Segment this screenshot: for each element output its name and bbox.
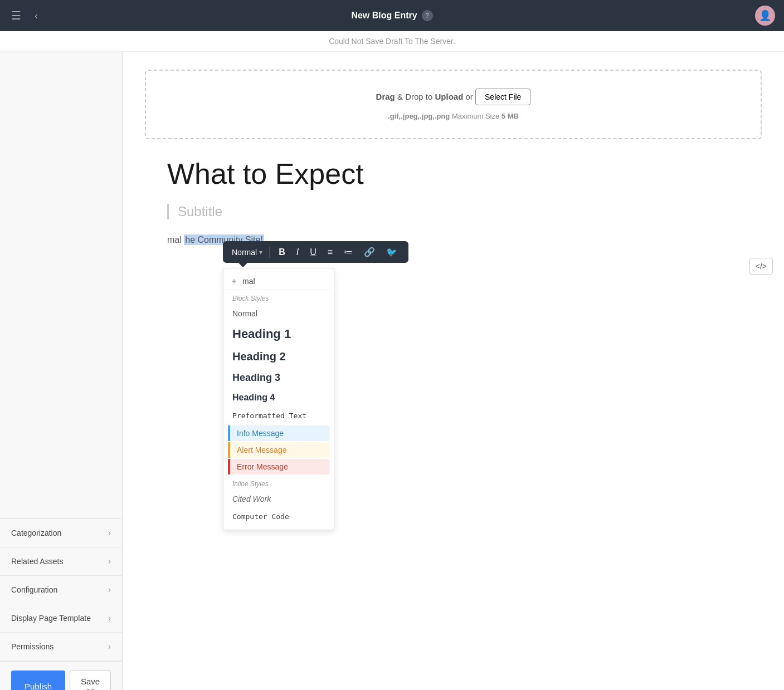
sidebar-item-label: Configuration [11,585,57,594]
sidebar-toggle-button[interactable]: ☰ [9,7,23,25]
code-toggle-button[interactable]: </> [749,258,773,275]
nav-right: 👤 [755,6,775,26]
link-button[interactable]: 🔗 [362,246,377,258]
dropdown-item-alert-message[interactable]: Alert Message [228,442,329,458]
content-area: Drag & Drop to Upload or Select File .gi… [123,52,784,690]
chevron-right-icon: › [108,528,111,538]
body-text-normal: mal [167,235,182,244]
block-style-dropdown: ＋ mal Block Styles Normal Heading 1 Head… [223,268,334,530]
subtitle-text: Subtitle [178,204,222,219]
dropdown-search-row: ＋ mal [223,273,334,290]
help-icon[interactable]: ? [422,10,433,21]
hint-formats: .gif,.jpeg,.jpg,.png [388,112,450,120]
upload-label: Upload [435,92,464,101]
dropdown-item-cited-work[interactable]: Cited Work [223,490,334,508]
sidebar-item-label: Related Assets [11,557,63,566]
sidebar-menu: Categorization › Related Assets › Config… [0,518,122,661]
plus-icon: ＋ [230,276,238,286]
blog-title[interactable]: What to Expect [145,157,762,190]
save-draft-text: Could Not Save Draft To The Server. [329,37,455,46]
publish-button[interactable]: Publish [11,671,65,690]
left-sidebar: Categorization › Related Assets › Config… [0,52,123,690]
sidebar-item-related-assets[interactable]: Related Assets › [0,547,122,576]
sidebar-item-label: Permissions [11,642,53,651]
dropdown-item-info-message[interactable]: Info Message [228,425,329,441]
italic-button[interactable]: I [294,246,301,258]
block-styles-label: Block Styles [223,290,334,305]
chevron-right-icon: › [108,556,111,566]
toolbar-divider [269,247,270,258]
back-button[interactable]: ‹ [32,8,40,24]
upload-or-text: or [466,92,476,101]
sidebar-item-configuration[interactable]: Configuration › [0,576,122,604]
twitter-button[interactable]: 🐦 [384,246,400,258]
bottom-actions: Publish Save as [0,661,122,690]
select-file-button[interactable]: Select File [475,89,530,105]
main-container: Categorization › Related Assets › Config… [0,52,784,690]
upload-hint: .gif,.jpeg,.jpg,.png Maximum Size 5 MB [164,112,743,120]
upload-and-text: & Drop to [397,92,435,101]
upload-text: Drag & Drop to Upload or Select File [164,89,743,105]
upload-area: Drag & Drop to Upload or Select File .gi… [145,70,762,139]
dropdown-search-text: mal [242,277,255,286]
subtitle-area[interactable]: Subtitle [167,204,762,219]
chevron-right-icon: › [108,642,111,652]
dropdown-item-computer-code[interactable]: Computer Code [223,508,334,525]
chevron-right-icon: › [108,613,111,623]
toolbar-normal-label: Normal [232,248,257,257]
inline-styles-label: Inline Styles [223,476,334,490]
toolbar-caret [238,263,247,267]
chevron-down-icon: ▾ [259,248,262,256]
sidebar-item-display-page-template[interactable]: Display Page Template › [0,604,122,633]
page-title-text: New Blog Entry [351,11,417,21]
user-avatar[interactable]: 👤 [755,6,775,26]
top-nav: ☰ ‹ New Blog Entry ? 👤 [0,0,784,31]
hint-size: 5 MB [501,112,519,120]
text-style-selector[interactable]: Normal ▾ [232,248,262,257]
sidebar-item-permissions[interactable]: Permissions › [0,633,122,661]
dropdown-item-error-message[interactable]: Error Message [228,459,329,474]
save-button[interactable]: Save as [70,671,111,690]
dropdown-item-h4[interactable]: Heading 4 [223,388,334,407]
chevron-right-icon: › [108,585,111,595]
dropdown-item-h3[interactable]: Heading 3 [223,368,334,388]
dropdown-item-h2[interactable]: Heading 2 [223,346,334,368]
sidebar-item-categorization[interactable]: Categorization › [0,519,122,547]
bold-button[interactable]: B [276,246,288,258]
page-title: New Blog Entry ? [351,10,432,21]
sidebar-item-label: Categorization [11,528,61,537]
hint-max-size: Maximum Size [452,112,499,120]
ordered-list-button[interactable]: ≡ [325,246,335,258]
underline-button[interactable]: U [308,246,319,258]
unordered-list-button[interactable]: ≔ [342,246,355,258]
dropdown-item-normal[interactable]: Normal [223,305,334,322]
sidebar-item-label: Display Page Template [11,614,91,623]
save-draft-message: Could Not Save Draft To The Server. [0,31,784,52]
text-formatting-toolbar: Normal ▾ B I U ≡ ≔ 🔗 🐦 [223,241,408,263]
drag-text: Drag [376,92,395,101]
dropdown-item-h1[interactable]: Heading 1 [223,322,334,346]
nav-left: ☰ ‹ [9,7,40,25]
dropdown-item-preformatted[interactable]: Preformatted Text [223,407,334,424]
